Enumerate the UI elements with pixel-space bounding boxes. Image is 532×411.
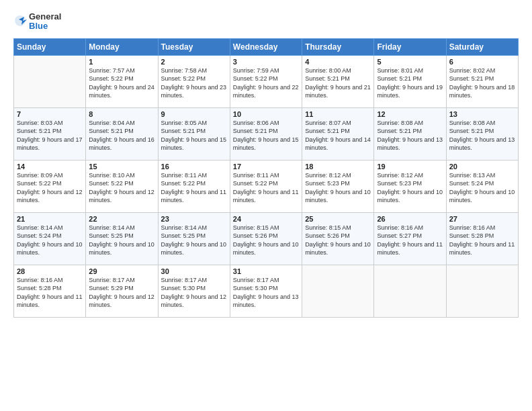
cell-details: Sunrise: 8:17 AMSunset: 5:30 PMDaylight:…: [161, 276, 227, 310]
day-number: 14: [17, 163, 83, 171]
calendar-cell: [446, 265, 518, 317]
calendar-cell: 25Sunrise: 8:15 AMSunset: 5:26 PMDayligh…: [302, 212, 374, 265]
logo-blue-text: Blue: [29, 21, 61, 31]
day-number: 4: [305, 58, 371, 66]
calendar-cell: 5Sunrise: 8:01 AMSunset: 5:21 PMDaylight…: [374, 55, 446, 107]
logo-general-text: General: [29, 12, 61, 21]
cell-details: Sunrise: 8:07 AMSunset: 5:21 PMDaylight:…: [305, 119, 371, 152]
day-header: Sunday: [14, 38, 86, 55]
calendar-cell: 12Sunrise: 8:08 AMSunset: 5:21 PMDayligh…: [374, 107, 446, 160]
day-number: 25: [305, 215, 371, 223]
calendar-cell: 4Sunrise: 8:00 AMSunset: 5:21 PMDaylight…: [302, 55, 374, 107]
calendar-cell: 2Sunrise: 7:58 AMSunset: 5:22 PMDaylight…: [158, 55, 230, 107]
calendar-cell: 6Sunrise: 8:02 AMSunset: 5:21 PMDaylight…: [446, 55, 518, 107]
cell-details: Sunrise: 8:00 AMSunset: 5:21 PMDaylight:…: [305, 66, 371, 100]
cell-details: Sunrise: 8:16 AMSunset: 5:28 PMDaylight:…: [17, 276, 83, 310]
day-number: 31: [233, 267, 299, 275]
day-header: Saturday: [446, 38, 518, 55]
day-number: 12: [377, 110, 443, 118]
cell-details: Sunrise: 8:03 AMSunset: 5:21 PMDaylight:…: [17, 119, 83, 152]
day-header: Monday: [86, 38, 158, 55]
day-number: 5: [377, 58, 443, 66]
day-number: 9: [161, 110, 227, 118]
logo-bird-icon: [13, 14, 27, 29]
cell-details: Sunrise: 8:08 AMSunset: 5:21 PMDaylight:…: [449, 119, 515, 152]
cell-details: Sunrise: 8:11 AMSunset: 5:22 PMDaylight:…: [161, 171, 227, 205]
calendar-cell: 11Sunrise: 8:07 AMSunset: 5:21 PMDayligh…: [302, 107, 374, 160]
calendar-cell: 30Sunrise: 8:17 AMSunset: 5:30 PMDayligh…: [158, 265, 230, 317]
calendar-cell: 8Sunrise: 8:04 AMSunset: 5:21 PMDaylight…: [86, 107, 158, 160]
calendar-header-row: SundayMondayTuesdayWednesdayThursdayFrid…: [14, 38, 519, 55]
day-number: 7: [17, 110, 83, 118]
calendar-cell: 10Sunrise: 8:06 AMSunset: 5:21 PMDayligh…: [230, 107, 302, 160]
calendar-cell: 18Sunrise: 8:12 AMSunset: 5:23 PMDayligh…: [302, 160, 374, 212]
day-number: 15: [89, 163, 154, 171]
calendar-week-row: 21Sunrise: 8:14 AMSunset: 5:24 PMDayligh…: [14, 212, 519, 265]
day-number: 20: [449, 163, 515, 171]
cell-details: Sunrise: 8:16 AMSunset: 5:27 PMDaylight:…: [377, 224, 443, 257]
cell-details: Sunrise: 7:59 AMSunset: 5:22 PMDaylight:…: [233, 66, 299, 100]
cell-details: Sunrise: 8:12 AMSunset: 5:23 PMDaylight:…: [305, 171, 371, 205]
calendar-cell: 22Sunrise: 8:14 AMSunset: 5:25 PMDayligh…: [86, 212, 158, 265]
cell-details: Sunrise: 8:09 AMSunset: 5:22 PMDaylight:…: [17, 171, 83, 205]
day-number: 28: [17, 267, 83, 275]
calendar-body: 1Sunrise: 7:57 AMSunset: 5:22 PMDaylight…: [14, 55, 519, 317]
calendar-cell: 26Sunrise: 8:16 AMSunset: 5:27 PMDayligh…: [374, 212, 446, 265]
calendar-cell: 28Sunrise: 8:16 AMSunset: 5:28 PMDayligh…: [14, 265, 86, 317]
calendar-cell: 24Sunrise: 8:15 AMSunset: 5:26 PMDayligh…: [230, 212, 302, 265]
day-number: 10: [233, 110, 299, 118]
day-number: 8: [89, 110, 154, 118]
calendar-cell: [302, 265, 374, 317]
day-number: 24: [233, 215, 299, 223]
cell-details: Sunrise: 8:14 AMSunset: 5:24 PMDaylight:…: [17, 224, 83, 257]
calendar-cell: 7Sunrise: 8:03 AMSunset: 5:21 PMDaylight…: [14, 107, 86, 160]
cell-details: Sunrise: 8:02 AMSunset: 5:21 PMDaylight:…: [449, 66, 515, 100]
calendar-cell: [374, 265, 446, 317]
day-number: 22: [89, 215, 154, 223]
cell-details: Sunrise: 7:58 AMSunset: 5:22 PMDaylight:…: [161, 66, 227, 100]
cell-details: Sunrise: 8:05 AMSunset: 5:21 PMDaylight:…: [161, 119, 227, 152]
cell-details: Sunrise: 8:12 AMSunset: 5:23 PMDaylight:…: [377, 171, 443, 205]
calendar-week-row: 14Sunrise: 8:09 AMSunset: 5:22 PMDayligh…: [14, 160, 519, 212]
cell-details: Sunrise: 8:01 AMSunset: 5:21 PMDaylight:…: [377, 66, 443, 100]
cell-details: Sunrise: 8:13 AMSunset: 5:24 PMDaylight:…: [449, 171, 515, 205]
cell-details: Sunrise: 8:17 AMSunset: 5:30 PMDaylight:…: [233, 276, 299, 310]
cell-details: Sunrise: 8:08 AMSunset: 5:21 PMDaylight:…: [377, 119, 443, 152]
calendar-cell: 14Sunrise: 8:09 AMSunset: 5:22 PMDayligh…: [14, 160, 86, 212]
day-number: 6: [449, 58, 515, 66]
calendar-cell: 21Sunrise: 8:14 AMSunset: 5:24 PMDayligh…: [14, 212, 86, 265]
calendar-week-row: 1Sunrise: 7:57 AMSunset: 5:22 PMDaylight…: [14, 55, 519, 107]
calendar-cell: 13Sunrise: 8:08 AMSunset: 5:21 PMDayligh…: [446, 107, 518, 160]
day-header: Thursday: [302, 38, 374, 55]
calendar-cell: 3Sunrise: 7:59 AMSunset: 5:22 PMDaylight…: [230, 55, 302, 107]
cell-details: Sunrise: 7:57 AMSunset: 5:22 PMDaylight:…: [89, 66, 154, 100]
day-number: 11: [305, 110, 371, 118]
day-number: 2: [161, 58, 227, 66]
day-number: 17: [233, 163, 299, 171]
day-number: 29: [89, 267, 154, 275]
day-number: 23: [161, 215, 227, 223]
cell-details: Sunrise: 8:10 AMSunset: 5:22 PMDaylight:…: [89, 171, 154, 205]
day-number: 19: [377, 163, 443, 171]
day-number: 26: [377, 215, 443, 223]
day-number: 1: [89, 58, 154, 66]
day-header: Friday: [374, 38, 446, 55]
cell-details: Sunrise: 8:15 AMSunset: 5:26 PMDaylight:…: [305, 224, 371, 257]
day-header: Tuesday: [158, 38, 230, 55]
calendar-cell: 31Sunrise: 8:17 AMSunset: 5:30 PMDayligh…: [230, 265, 302, 317]
day-header: Wednesday: [230, 38, 302, 55]
calendar-cell: 16Sunrise: 8:11 AMSunset: 5:22 PMDayligh…: [158, 160, 230, 212]
logo: General Blue: [13, 12, 61, 32]
cell-details: Sunrise: 8:14 AMSunset: 5:25 PMDaylight:…: [89, 224, 154, 257]
cell-details: Sunrise: 8:06 AMSunset: 5:21 PMDaylight:…: [233, 119, 299, 152]
calendar-cell: 23Sunrise: 8:14 AMSunset: 5:25 PMDayligh…: [158, 212, 230, 265]
calendar-cell: 29Sunrise: 8:17 AMSunset: 5:29 PMDayligh…: [86, 265, 158, 317]
day-number: 27: [449, 215, 515, 223]
cell-details: Sunrise: 8:11 AMSunset: 5:22 PMDaylight:…: [233, 171, 299, 205]
cell-details: Sunrise: 8:17 AMSunset: 5:29 PMDaylight:…: [89, 276, 154, 310]
calendar-cell: 20Sunrise: 8:13 AMSunset: 5:24 PMDayligh…: [446, 160, 518, 212]
day-number: 13: [449, 110, 515, 118]
cell-details: Sunrise: 8:15 AMSunset: 5:26 PMDaylight:…: [233, 224, 299, 257]
calendar-cell: 27Sunrise: 8:16 AMSunset: 5:28 PMDayligh…: [446, 212, 518, 265]
calendar-cell: 1Sunrise: 7:57 AMSunset: 5:22 PMDaylight…: [86, 55, 158, 107]
